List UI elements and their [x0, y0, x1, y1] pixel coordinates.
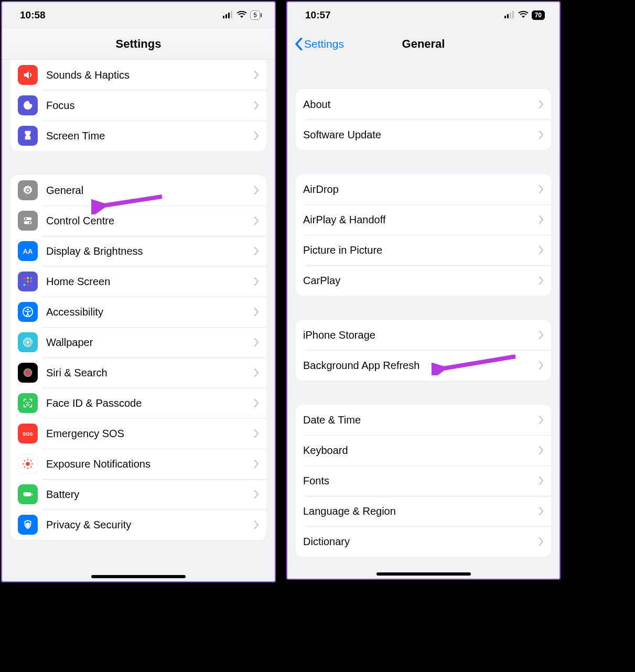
settings-row-carplay[interactable]: CarPlay	[296, 265, 551, 296]
chevron-right-icon	[254, 399, 259, 407]
settings-row-background-app-refresh[interactable]: Background App Refresh	[296, 350, 551, 381]
settings-row-keyboard[interactable]: Keyboard	[296, 435, 551, 465]
svg-rect-18	[24, 284, 26, 286]
settings-list[interactable]: Sounds & HapticsFocusScreen Time General…	[2, 60, 275, 581]
svg-rect-40	[31, 493, 33, 495]
settings-row-face-id-passcode[interactable]: Face ID & Passcode	[10, 388, 266, 418]
row-label: Background App Refresh	[303, 360, 534, 372]
svg-rect-16	[27, 280, 29, 283]
row-label: Dictionary	[303, 536, 534, 548]
chevron-right-icon	[539, 100, 544, 109]
settings-row-emergency-sos[interactable]: SOSEmergency SOS	[10, 418, 266, 449]
accessibility-icon	[18, 302, 38, 322]
svg-rect-3	[231, 11, 232, 18]
focus-icon	[18, 95, 38, 115]
sos-icon: SOS	[18, 424, 38, 443]
chevron-right-icon	[539, 331, 544, 339]
settings-row-home-screen[interactable]: Home Screen	[10, 266, 266, 297]
row-label: iPhone Storage	[303, 329, 534, 341]
row-label: General	[46, 185, 250, 197]
svg-rect-2	[228, 13, 230, 18]
home-indicator	[91, 575, 186, 578]
svg-rect-42	[504, 16, 506, 18]
status-indicators: 70	[504, 9, 545, 21]
settings-row-dictionary[interactable]: Dictionary	[296, 526, 551, 557]
svg-rect-1	[225, 14, 227, 18]
svg-rect-44	[510, 13, 511, 18]
row-label: Sounds & Haptics	[46, 69, 250, 81]
settings-row-about[interactable]: About	[296, 89, 551, 120]
row-label: Keyboard	[303, 445, 534, 457]
chevron-right-icon	[539, 185, 544, 193]
svg-rect-20	[30, 284, 33, 286]
chevron-right-icon	[254, 71, 259, 79]
settings-row-accessibility[interactable]: Accessibility	[10, 297, 266, 327]
home-indicator	[376, 572, 471, 576]
settings-group-general: GeneralControl CentreAADisplay & Brightn…	[10, 175, 266, 540]
battery-icon	[18, 484, 38, 504]
svg-rect-12	[24, 277, 26, 279]
row-label: Software Update	[303, 129, 534, 141]
chevron-right-icon	[539, 446, 544, 454]
homescreen-icon	[18, 272, 38, 291]
settings-row-control-centre[interactable]: Control Centre	[10, 205, 266, 236]
svg-text:SOS: SOS	[23, 431, 33, 437]
back-label: Settings	[304, 38, 344, 50]
svg-rect-45	[512, 11, 514, 18]
settings-row-battery[interactable]: Battery	[10, 479, 266, 510]
svg-point-23	[26, 341, 29, 344]
settings-row-siri-search[interactable]: Siri & Search	[10, 357, 266, 388]
back-button[interactable]: Settings	[295, 28, 344, 60]
row-label: Face ID & Passcode	[46, 397, 250, 409]
status-bar: 10:57 70	[287, 2, 559, 28]
settings-row-exposure-notifications[interactable]: Exposure Notifications	[10, 449, 266, 479]
chevron-right-icon	[254, 338, 259, 346]
settings-row-iphone-storage[interactable]: iPhone Storage	[296, 320, 551, 350]
status-bar: 10:58 5	[2, 2, 275, 28]
row-label: CarPlay	[303, 275, 534, 287]
svg-rect-19	[27, 284, 29, 286]
settings-row-software-update[interactable]: Software Update	[296, 120, 551, 150]
svg-rect-15	[24, 280, 26, 283]
svg-point-35	[24, 460, 25, 461]
chevron-right-icon	[254, 429, 259, 438]
cellular-icon	[223, 9, 233, 21]
battery-indicator: 5	[250, 10, 260, 20]
svg-point-22	[27, 309, 29, 311]
settings-row-display-brightness[interactable]: AADisplay & Brightness	[10, 236, 266, 266]
settings-screen: 10:58 5 Settings Sounds & HapticsFocusSc…	[1, 1, 276, 582]
row-label: Fonts	[303, 475, 534, 487]
privacy-icon	[18, 515, 38, 535]
settings-group-focus: Sounds & HapticsFocusScreen Time	[10, 60, 266, 151]
chevron-right-icon	[254, 186, 259, 194]
wifi-icon	[518, 9, 529, 21]
svg-point-38	[30, 467, 31, 468]
svg-rect-14	[30, 277, 33, 279]
settings-row-focus[interactable]: Focus	[10, 90, 266, 121]
battery-indicator: 70	[532, 10, 545, 20]
svg-point-31	[27, 459, 28, 460]
general-list[interactable]: AboutSoftware Update AirDropAirPlay & Ha…	[287, 60, 559, 579]
row-label: Siri & Search	[46, 367, 250, 379]
row-label: Exposure Notifications	[46, 458, 250, 470]
settings-row-language-region[interactable]: Language & Region	[296, 496, 551, 526]
wifi-icon	[236, 9, 247, 21]
settings-row-general[interactable]: General	[10, 175, 266, 205]
settings-row-airdrop[interactable]: AirDrop	[296, 174, 551, 204]
settings-row-picture-in-picture[interactable]: Picture in Picture	[296, 235, 551, 265]
chevron-right-icon	[254, 247, 259, 255]
settings-row-date-time[interactable]: Date & Time	[296, 405, 551, 435]
settings-row-airplay-handoff[interactable]: AirPlay & Handoff	[296, 204, 551, 235]
status-indicators: 5	[223, 9, 260, 21]
settings-row-privacy-security[interactable]: Privacy & Security	[10, 510, 266, 540]
settings-row-screen-time[interactable]: Screen Time	[10, 121, 266, 151]
settings-row-fonts[interactable]: Fonts	[296, 465, 551, 496]
nav-header: Settings General	[287, 28, 559, 60]
settings-row-sounds-haptics[interactable]: Sounds & Haptics	[10, 60, 266, 90]
page-title: Settings	[116, 37, 162, 51]
sounds-icon	[18, 65, 38, 85]
row-label: Focus	[46, 100, 250, 112]
settings-row-wallpaper[interactable]: Wallpaper	[10, 327, 266, 357]
chevron-right-icon	[539, 507, 544, 515]
chevron-right-icon	[539, 476, 544, 485]
